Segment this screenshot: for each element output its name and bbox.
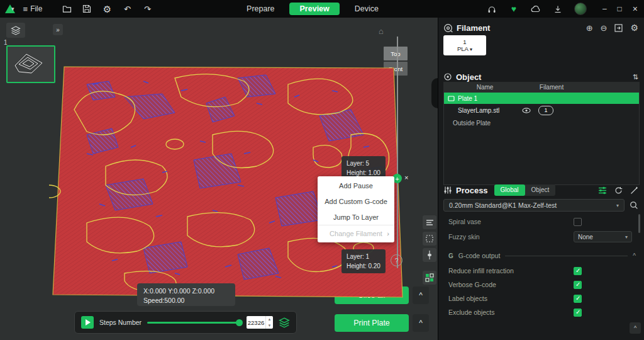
range-tooltip-height: Height: 0.20 — [347, 261, 380, 271]
tab-prepare[interactable]: Prepare — [245, 3, 275, 15]
settings-button[interactable]: ⚙ — [101, 3, 113, 14]
favorites-button[interactable]: ♥ — [508, 3, 519, 14]
gcode-output-label: G-code output — [458, 252, 501, 259]
close-button[interactable]: × — [633, 4, 638, 14]
print-options-button[interactable]: ^ — [413, 314, 429, 332]
print-plate-label: Print Plate — [353, 319, 390, 327]
maximize-button[interactable]: □ — [618, 4, 622, 13]
cloud-button[interactable] — [530, 3, 541, 14]
speed-line: Speed:500.00 — [143, 296, 229, 305]
print-plate-button[interactable]: Print Plate — [335, 314, 409, 332]
plate-thumbnail[interactable] — [6, 45, 55, 83]
folder-icon — [62, 5, 72, 13]
menu-item-add-custom-gcode[interactable]: Add Custom G-code — [318, 193, 394, 209]
expand-panel-button[interactable]: » — [53, 24, 63, 35]
user-avatar[interactable] — [574, 3, 587, 15]
layer-context-menu: Add Pause Add Custom G-code Jump To Laye… — [318, 176, 394, 242]
headset-icon — [487, 5, 496, 13]
slider-remove-icon[interactable]: × — [404, 174, 408, 181]
reduce-infill-retraction-label: Reduce infill retraction — [448, 267, 514, 275]
layer-tooltip-bottom: Layer: 1 Height: 0.20 — [341, 249, 386, 273]
steps-number-input[interactable] — [247, 319, 265, 326]
reduce-infill-retraction-checkbox[interactable] — [574, 267, 582, 275]
section-collapse-icon[interactable]: ^ — [633, 252, 636, 259]
slice-options-button[interactable]: ^ — [413, 286, 429, 304]
steps-spin-up[interactable]: ▲ — [266, 316, 273, 322]
setting-row-label-objects: Label objects — [438, 292, 644, 305]
menu-item-change-filament-label: Change Filament — [330, 230, 382, 237]
chevron-up-icon: ^ — [419, 319, 423, 327]
side-panel: Filament ⊕ ⊖ ⚙ 1 PLA ▾ — [438, 18, 644, 340]
help-button[interactable]: ? — [391, 254, 402, 266]
menu-item-change-filament[interactable]: Change Filament › — [318, 225, 394, 241]
top-bar: ▾ ≡ File ⚙ ↶ — [0, 0, 644, 18]
fuzzy-skin-dropdown-icon: ▾ — [625, 234, 628, 240]
label-objects-checkbox[interactable] — [574, 295, 582, 303]
section-row-gcode-output[interactable]: G G-code output ^ — [438, 249, 644, 262]
submenu-arrow-icon: › — [387, 230, 389, 237]
undo-button[interactable]: ↶ — [121, 3, 133, 14]
tab-preview[interactable]: Preview — [290, 3, 340, 15]
spiral-vase-checkbox[interactable] — [574, 218, 582, 226]
setting-row-spiral-vase: Spiral vase — [438, 215, 644, 228]
layers-view-icon[interactable] — [279, 317, 290, 328]
menu-item-add-pause[interactable]: Add Pause — [318, 178, 394, 193]
tab-device[interactable]: Device — [353, 3, 380, 15]
steps-slider-handle[interactable] — [236, 319, 243, 326]
open-file-button[interactable] — [61, 3, 72, 14]
steps-spinner: ▲ ▼ — [265, 316, 273, 329]
fuzzy-skin-value: None — [578, 234, 593, 241]
preview-viewport[interactable]: » 1 ⌂ Top Front + × — [0, 18, 438, 340]
support-button[interactable] — [486, 3, 497, 14]
layers-icon — [11, 26, 21, 35]
download-button[interactable] — [552, 3, 564, 14]
gear-icon: ⚙ — [103, 4, 111, 14]
setting-row-exclude-objects: Exclude objects — [438, 306, 644, 319]
play-button[interactable] — [81, 316, 94, 329]
setting-row-reduce-infill-retraction: Reduce infill retraction — [438, 264, 644, 277]
home-view-icon[interactable]: ⌂ — [379, 26, 384, 36]
panel-expand-button[interactable]: ^ — [630, 322, 641, 334]
steps-number-label: Steps Number — [99, 319, 142, 326]
app-window: ▾ ≡ File ⚙ ↶ — [0, 0, 644, 340]
verbose-gcode-checkbox[interactable] — [574, 281, 582, 289]
heart-icon: ♥ — [511, 4, 516, 14]
file-menu-label: File — [30, 4, 42, 13]
undo-icon: ↶ — [124, 5, 131, 13]
section-divider — [505, 256, 628, 256]
gcode-section-icon: G — [448, 252, 453, 259]
save-button[interactable] — [81, 3, 92, 14]
minimize-button[interactable]: – — [602, 4, 607, 13]
file-menu[interactable]: ≡ File — [23, 4, 43, 13]
settings-scrollbar[interactable] — [638, 214, 640, 233]
exclude-objects-checkbox[interactable] — [574, 309, 582, 317]
range-tooltip-layer: Layer: 1 — [347, 252, 380, 261]
layer-tooltip-layer: Layer: 5 — [347, 159, 380, 168]
steps-slider[interactable] — [147, 322, 241, 324]
layer-slider-track[interactable] — [397, 37, 398, 268]
redo-icon: ↷ — [144, 5, 151, 13]
play-icon — [86, 319, 91, 326]
menu-item-jump-to-layer[interactable]: Jump To Layer — [318, 209, 394, 225]
settings-list: Spiral vase Fuzzy skin None ▾ G G-code o… — [438, 18, 644, 340]
app-logo[interactable]: ▾ — [5, 4, 14, 13]
plate-list-toggle-button[interactable] — [6, 23, 25, 38]
add-marker-icon: + — [395, 175, 399, 183]
fuzzy-skin-select[interactable]: None ▾ — [574, 231, 632, 242]
setting-row-verbose-gcode: Verbose G-code — [438, 278, 644, 291]
vertical-slider-icon — [426, 251, 433, 259]
slider-toggle-button[interactable] — [423, 248, 436, 262]
redo-button[interactable]: ↷ — [142, 3, 153, 14]
help-label: ? — [394, 257, 398, 264]
coords-tooltip: X:0.000 Y:0.000 Z:0.000 Speed:500.00 — [137, 283, 235, 306]
color-scheme-button[interactable] — [423, 271, 436, 285]
legend-icon — [426, 219, 434, 226]
view-top-button[interactable]: Top — [384, 47, 408, 60]
steps-spin-down[interactable]: ▼ — [266, 322, 273, 329]
clipping-toggle-button[interactable] — [423, 232, 436, 246]
setting-row-fuzzy-skin: Fuzzy skin None ▾ — [438, 230, 644, 243]
logo-caret-icon: ▾ — [11, 6, 14, 12]
legend-toggle-button[interactable] — [423, 215, 436, 229]
label-objects-label: Label objects — [448, 295, 487, 302]
panel-collapse-handle[interactable] — [431, 78, 438, 108]
